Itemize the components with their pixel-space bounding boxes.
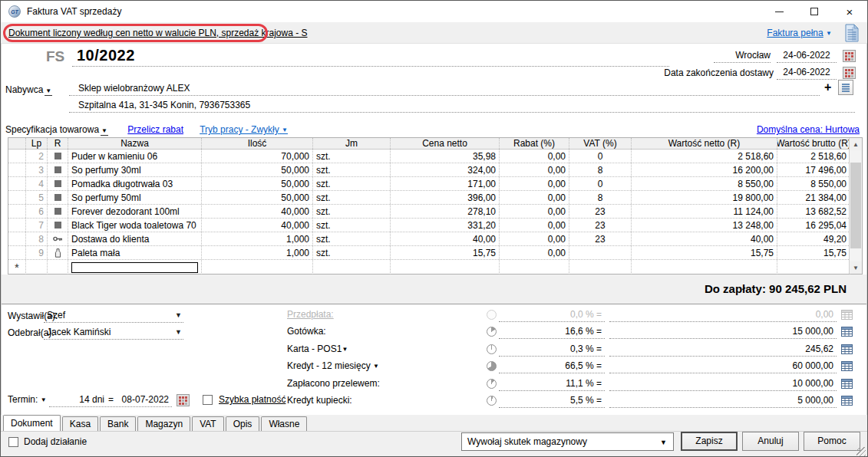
recalc-discount-link[interactable]: Przelicz rabat xyxy=(127,124,183,135)
cell-cena-netto[interactable]: 278,10 xyxy=(391,205,500,218)
row-selector-cell[interactable] xyxy=(8,177,26,190)
payment-amount-field[interactable]: 15 000,00 xyxy=(609,325,837,339)
cell-cena-netto[interactable]: 40,00 xyxy=(391,232,500,245)
cell-wartosc-netto[interactable]: 15,75 xyxy=(632,246,777,259)
item-row[interactable]: 3 So perfumy 30ml 50,000 szt. 324,00 0,0… xyxy=(8,163,850,177)
scroll-up-icon[interactable]: ▲ xyxy=(850,138,862,150)
calculator-icon[interactable] xyxy=(841,327,853,337)
cell-rabat[interactable]: 0,00 xyxy=(500,177,569,190)
cell-type[interactable] xyxy=(48,260,68,275)
cell-nazwa[interactable] xyxy=(68,260,202,275)
cell-wartosc-brutto[interactable]: 15,75 xyxy=(777,246,850,259)
cell-wartosc-brutto[interactable]: 13 682,52 xyxy=(777,205,850,218)
cell-nazwa[interactable]: Dostawa do klienta xyxy=(68,232,202,245)
document-kind-link[interactable]: Faktura pełna xyxy=(767,28,823,38)
cell-jm[interactable] xyxy=(313,260,391,275)
tab-vat[interactable]: VAT xyxy=(192,416,224,431)
cell-jm[interactable]: szt. xyxy=(313,150,391,163)
item-row[interactable]: 4 Pomadka długotrwała 03 50,000 szt. 171… xyxy=(8,177,850,191)
cell-wartosc-netto[interactable]: 11 124,00 xyxy=(632,205,777,218)
cell-rabat[interactable]: 0,00 xyxy=(500,150,569,163)
scrollbar-thumb[interactable] xyxy=(850,163,861,248)
close-button[interactable]: × xyxy=(832,1,867,22)
calendar-icon[interactable] xyxy=(843,67,856,79)
cell-wartosc-netto[interactable]: 16 200,00 xyxy=(632,163,777,176)
payment-percent-field[interactable]: 0,3 % = xyxy=(499,343,605,357)
cell-wartosc-netto[interactable]: 19 800,00 xyxy=(632,191,777,204)
payment-amount-field[interactable]: 60 000,00 xyxy=(609,360,837,373)
cell-wartosc-brutto[interactable]: 16 295,04 xyxy=(777,219,850,232)
issue-city-field[interactable]: Wrocław xyxy=(714,50,771,63)
tab-bank[interactable]: Bank xyxy=(100,416,136,431)
col-header-vat[interactable]: VAT (%) xyxy=(569,138,632,149)
col-header-jm[interactable]: Jm xyxy=(313,138,391,149)
cell-jm[interactable]: szt. xyxy=(313,219,391,232)
term-dropdown[interactable]: Termin: ▼ xyxy=(8,394,47,405)
cell-vat[interactable]: 23 xyxy=(569,232,632,245)
minimize-button[interactable] xyxy=(761,1,797,22)
col-header-selector[interactable] xyxy=(8,138,26,149)
default-price-link[interactable]: Domyślna cena: Hurtowa xyxy=(757,124,860,135)
delivery-date-field[interactable]: 24-06-2022 xyxy=(777,67,837,80)
work-mode-link[interactable]: Tryb pracy - Zwykły ▼ xyxy=(200,124,288,135)
row-selector-cell[interactable] xyxy=(8,163,26,176)
cell-wartosc-brutto[interactable]: 2 518,60 xyxy=(777,150,850,163)
cell-ilosc[interactable] xyxy=(202,260,313,275)
document-kind-dropdown[interactable]: Faktura pełna ▼ xyxy=(767,28,832,38)
issue-date-field[interactable]: 24-06-2022 xyxy=(777,50,837,63)
cell-jm[interactable]: szt. xyxy=(313,191,391,204)
tab-magazyn[interactable]: Magazyn xyxy=(137,416,190,431)
cell-cena-netto[interactable]: 324,00 xyxy=(391,163,500,176)
cell-vat[interactable] xyxy=(569,246,632,259)
quick-payment-link[interactable]: Szybka płatność xyxy=(219,394,285,405)
payment-amount-field[interactable]: 0,00 xyxy=(609,308,837,322)
cell-nazwa[interactable]: Paleta mała xyxy=(68,246,202,259)
col-header-cena-netto[interactable]: Cena netto xyxy=(391,138,500,149)
cell-type[interactable] xyxy=(48,191,68,204)
cell-wartosc-brutto[interactable]: 49,20 xyxy=(777,232,850,245)
calculator-icon[interactable] xyxy=(841,344,853,354)
cell-ilosc[interactable]: 1,000 xyxy=(202,246,313,259)
row-selector-cell[interactable] xyxy=(8,205,26,218)
cell-vat[interactable]: 8 xyxy=(569,191,632,204)
cell-type[interactable] xyxy=(48,150,68,163)
new-item-name-input[interactable] xyxy=(71,262,198,273)
cell-vat[interactable]: 0 xyxy=(569,177,632,190)
calculator-icon[interactable] xyxy=(841,361,853,371)
col-header-r[interactable]: R xyxy=(48,138,68,149)
cell-jm[interactable]: szt. xyxy=(313,205,391,218)
cell-rabat[interactable]: 0,00 xyxy=(500,232,569,245)
cell-nazwa[interactable]: Black Tiger woda toaletowa 70 xyxy=(68,219,202,232)
cell-nazwa[interactable]: Puder w kamieniu 06 xyxy=(68,150,202,163)
card-dropdown[interactable]: Karta - POS1▼ xyxy=(287,344,348,354)
cell-jm[interactable]: szt. xyxy=(313,163,391,176)
cell-wartosc-netto[interactable]: 8 550,00 xyxy=(632,177,777,190)
add-action-checkbox[interactable] xyxy=(8,437,18,447)
cell-rabat[interactable]: 0,00 xyxy=(500,205,569,218)
cancel-button[interactable]: Anuluj xyxy=(742,432,799,451)
cell-ilosc[interactable]: 1,000 xyxy=(202,232,313,245)
cell-rabat[interactable]: 0,00 xyxy=(500,163,569,176)
cell-cena-netto[interactable]: 331,20 xyxy=(391,219,500,232)
row-selector-cell[interactable] xyxy=(8,219,26,232)
cell-vat[interactable] xyxy=(569,260,632,275)
cell-vat[interactable]: 23 xyxy=(569,205,632,218)
term-field[interactable]: 14 dni = 08-07-2022 xyxy=(49,393,172,407)
row-selector-cell[interactable] xyxy=(8,191,26,204)
col-header-ilosc[interactable]: Ilość xyxy=(202,138,313,149)
cell-nazwa[interactable]: Pomadka długotrwała 03 xyxy=(68,177,202,190)
payment-percent-field[interactable]: 16,6 % = xyxy=(499,325,605,339)
col-header-nazwa[interactable]: Nazwa xyxy=(68,138,202,149)
document-number-field[interactable]: 10/2022 xyxy=(72,45,669,67)
item-row[interactable]: 5 So perfumy 50ml 50,000 szt. 396,00 0,0… xyxy=(8,191,850,205)
credit-dropdown[interactable]: Kredyt - 12 miesięcy ▼ xyxy=(287,360,379,371)
cell-cena-netto[interactable]: 171,00 xyxy=(391,177,500,190)
cell-ilosc[interactable]: 40,000 xyxy=(202,205,313,218)
cell-wartosc-netto[interactable]: 40,00 xyxy=(632,232,777,245)
item-row[interactable]: 9 Paleta mała 1,000 szt. 15,75 0,00 15,7… xyxy=(8,246,850,260)
warehouse-effect-dropdown[interactable]: Wywołaj skutek magazynowy ▼ xyxy=(461,432,674,451)
col-header-lp[interactable]: Lp xyxy=(26,138,48,149)
payment-percent-field[interactable]: 11,1 % = xyxy=(499,377,605,391)
payment-amount-field[interactable]: 10 000,00 xyxy=(609,377,837,391)
calendar-icon[interactable] xyxy=(177,394,190,406)
